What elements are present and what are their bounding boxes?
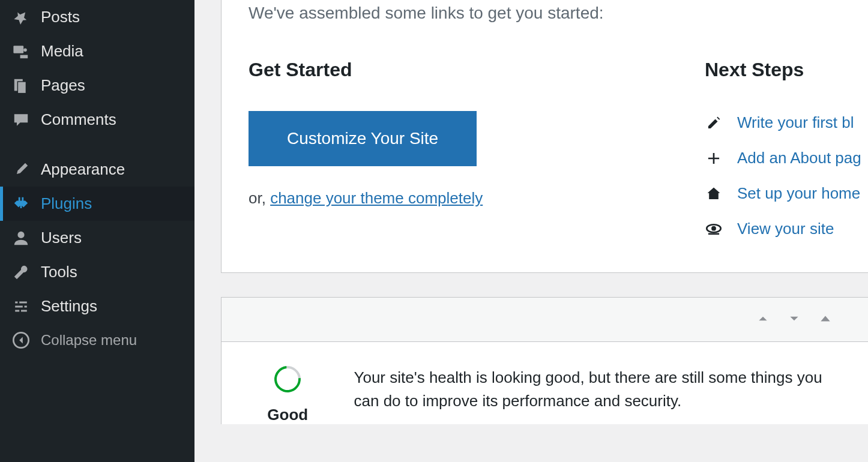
pin-icon — [12, 8, 30, 26]
svg-rect-8 — [708, 233, 719, 235]
step-view-site[interactable]: View your site — [705, 211, 868, 247]
collapse-menu[interactable]: Collapse menu — [0, 323, 194, 357]
wrench-icon — [12, 263, 30, 281]
sidebar-item-posts[interactable]: Posts — [0, 0, 194, 34]
customize-site-button[interactable]: Customize Your Site — [249, 111, 477, 166]
brush-icon — [12, 161, 30, 179]
comment-icon — [12, 111, 30, 129]
sidebar-item-comments[interactable]: Comments — [0, 103, 194, 137]
svg-rect-0 — [13, 46, 23, 53]
sidebar-item-label: Users — [41, 229, 82, 247]
step-label: Add an About pag — [737, 149, 861, 167]
step-label: Write your first bl — [737, 113, 854, 132]
site-health-gauge: Good — [222, 366, 354, 424]
sidebar-item-pages[interactable]: Pages — [0, 68, 194, 103]
media-icon — [12, 43, 30, 61]
sliders-icon — [12, 298, 30, 316]
plus-icon — [705, 149, 723, 167]
svg-rect-3 — [17, 82, 26, 94]
step-setup-homepage[interactable]: Set up your home — [705, 176, 868, 211]
step-label: View your site — [737, 220, 834, 238]
panel-up-icon[interactable] — [756, 312, 770, 328]
svg-point-4 — [17, 231, 24, 238]
pages-icon — [12, 77, 30, 95]
welcome-intro: We've assembled some links to get you st… — [249, 0, 868, 23]
sidebar-item-appearance[interactable]: Appearance — [0, 152, 194, 187]
sidebar-item-label: Media — [41, 42, 83, 61]
change-theme-link[interactable]: change your theme completely — [270, 189, 483, 207]
eye-icon — [705, 220, 723, 238]
sidebar-item-label: Posts — [41, 8, 80, 26]
sidebar-item-label: Comments — [41, 110, 116, 129]
panel-down-icon[interactable] — [788, 312, 801, 328]
collapse-label: Collapse menu — [41, 332, 137, 349]
plug-icon — [12, 195, 30, 213]
sidebar-item-users[interactable]: Users — [0, 221, 194, 255]
step-label: Set up your home — [737, 184, 860, 203]
main-content: We've assembled some links to get you st… — [194, 0, 868, 462]
or-prefix: or, — [249, 189, 270, 207]
or-change-theme-line: or, change your theme completely — [249, 189, 705, 208]
home-icon — [705, 185, 723, 203]
user-icon — [12, 229, 30, 247]
svg-point-7 — [711, 226, 716, 230]
step-add-about-page[interactable]: Add an About pag — [705, 140, 868, 176]
sidebar-item-label: Pages — [41, 76, 85, 95]
edit-icon — [705, 114, 723, 132]
gauge-circle — [269, 361, 306, 398]
site-health-text: Your site's health is looking good, but … — [354, 366, 868, 424]
sidebar-item-label: Plugins — [41, 194, 92, 213]
sidebar-item-plugins[interactable]: Plugins — [0, 187, 194, 221]
sidebar-item-media[interactable]: Media — [0, 34, 194, 68]
site-health-status: Good — [222, 406, 354, 424]
admin-sidebar: Posts Media Pages Comments Appearance Pl… — [0, 0, 194, 462]
sidebar-item-tools[interactable]: Tools — [0, 255, 194, 289]
panel-header — [222, 298, 868, 342]
sidebar-item-settings[interactable]: Settings — [0, 289, 194, 323]
welcome-panel: We've assembled some links to get you st… — [221, 0, 868, 273]
sidebar-item-label: Settings — [41, 297, 97, 316]
step-write-first-post[interactable]: Write your first bl — [705, 105, 868, 140]
svg-point-1 — [23, 48, 27, 52]
sidebar-item-label: Tools — [41, 263, 77, 281]
sidebar-item-label: Appearance — [41, 160, 125, 179]
collapse-icon — [12, 331, 30, 349]
site-health-panel: Good Your site's health is looking good,… — [221, 297, 868, 424]
next-steps-heading: Next Steps — [705, 59, 868, 81]
get-started-heading: Get Started — [249, 59, 705, 81]
panel-collapse-icon[interactable] — [819, 312, 832, 328]
